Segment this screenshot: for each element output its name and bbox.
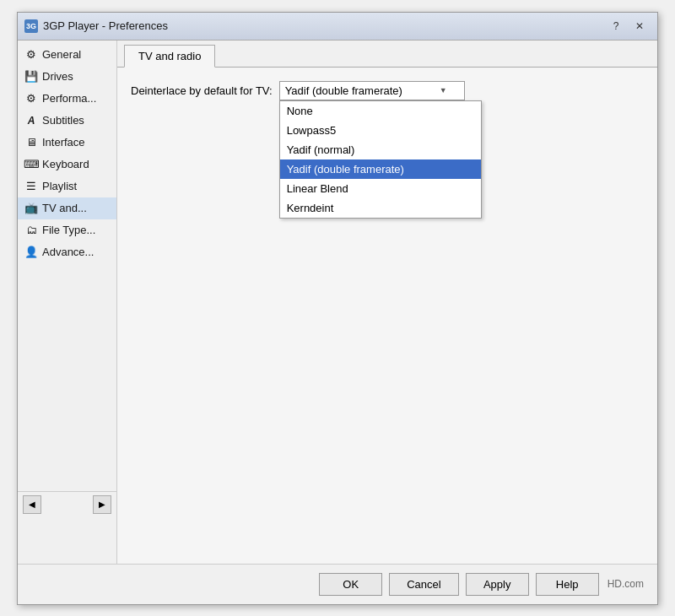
sidebar-label-subtitles: Subtitles [42,114,84,127]
general-icon: ⚙ [24,48,38,62]
sidebar-item-general[interactable]: ⚙ General [18,44,116,66]
deinterlace-dropdown[interactable]: Yadif (double framerate) ▼ [279,81,465,100]
footer: OK Cancel Apply Help HD.com [18,564,657,604]
help-window-button[interactable]: ? [605,18,627,35]
dropdown-current-value: Yadif (double framerate) [285,84,402,97]
title-bar-controls: ? ✕ [605,18,651,35]
sidebar-label-advanced: Advance... [42,246,94,258]
subtitles-icon: A [24,114,38,127]
tab-tv-radio-label: TV and radio [138,50,201,62]
sidebar-item-interface[interactable]: 🖥 Interface [18,132,116,154]
tv-radio-icon: 📺 [24,202,38,215]
deinterlace-label: Deinterlace by default for TV: [131,84,273,97]
option-kerndeint[interactable]: Kerndeint [280,198,481,218]
sidebar-item-drives[interactable]: 💾 Drives [18,66,116,88]
option-none[interactable]: None [280,101,481,121]
sidebar-label-playlist: Playlist [42,180,77,192]
scroll-right-button[interactable]: ▶ [93,495,111,514]
sidebar-item-advanced[interactable]: 👤 Advance... [18,241,116,263]
dropdown-list: None Lowpass5 Yadif (normal) Yadif (doub… [279,100,482,219]
drives-icon: 💾 [24,70,38,84]
playlist-icon: ☰ [24,180,38,193]
tab-tv-radio[interactable]: TV and radio [124,45,215,68]
ok-button[interactable]: OK [319,573,382,596]
deinterlace-row: Deinterlace by default for TV: Yadif (do… [131,81,644,100]
sidebar-scroll: ◀ ▶ [18,491,116,517]
sidebar-item-playlist[interactable]: ☰ Playlist [18,176,116,197]
sidebar-label-interface: Interface [42,136,85,149]
tab-content: Deinterlace by default for TV: Yadif (do… [117,68,657,564]
option-yadif-double[interactable]: Yadif (double framerate) [280,159,481,179]
interface-icon: 🖥 [24,136,38,149]
option-lowpass5[interactable]: Lowpass5 [280,121,481,140]
window-title: 3GP Player - Preferences [43,19,168,32]
tab-bar: TV and radio [117,41,657,68]
sidebar-label-tv-radio: TV and... [42,202,87,214]
sidebar-label-file-types: File Type... [42,224,95,236]
help-button[interactable]: Help [536,573,599,596]
title-bar: 3G 3GP Player - Preferences ? ✕ [18,13,657,41]
close-window-button[interactable]: ✕ [629,18,651,35]
sidebar-label-general: General [42,48,81,61]
performance-icon: ⚙ [24,92,38,105]
sidebar-label-keyboard: Keyboard [42,158,89,170]
cancel-button[interactable]: Cancel [389,573,458,596]
option-yadif-normal[interactable]: Yadif (normal) [280,140,481,159]
sidebar-item-subtitles[interactable]: A Subtitles [18,110,116,132]
option-linear-blend[interactable]: Linear Blend [280,179,481,198]
deinterlace-dropdown-container: Yadif (double framerate) ▼ None Lowpass5 [279,81,465,100]
advanced-icon: 👤 [24,246,38,259]
apply-button[interactable]: Apply [466,573,529,596]
content-area: TV and radio Deinterlace by default for … [117,41,657,564]
title-bar-left: 3G 3GP Player - Preferences [24,19,168,33]
scroll-left-button[interactable]: ◀ [23,495,41,514]
sidebar-label-performance: Performa... [42,92,96,105]
sidebar: ⚙ General 💾 Drives ⚙ Performa... A Subti… [18,41,117,564]
sidebar-item-file-types[interactable]: 🗂 File Type... [18,219,116,241]
sidebar-item-keyboard[interactable]: ⌨ Keyboard [18,154,116,176]
app-icon: 3G [24,19,38,33]
keyboard-icon: ⌨ [24,158,38,171]
sidebar-label-drives: Drives [42,70,73,83]
sidebar-item-tv-radio[interactable]: 📺 TV and... [18,197,116,219]
main-area: ⚙ General 💾 Drives ⚙ Performa... A Subti… [18,41,657,564]
dropdown-arrow-icon: ▼ [440,86,447,95]
watermark-site-text: HD.com [608,578,644,590]
preferences-window: 3G 3GP Player - Preferences ? ✕ ⚙ Genera… [17,12,658,605]
file-types-icon: 🗂 [24,224,38,237]
sidebar-item-performance[interactable]: ⚙ Performa... [18,88,116,110]
